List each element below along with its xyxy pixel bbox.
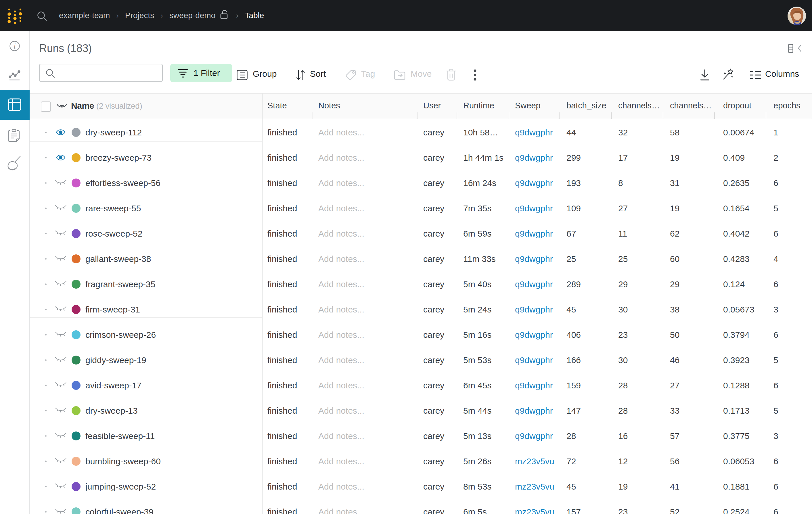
svg-text:i: i: [13, 42, 16, 50]
